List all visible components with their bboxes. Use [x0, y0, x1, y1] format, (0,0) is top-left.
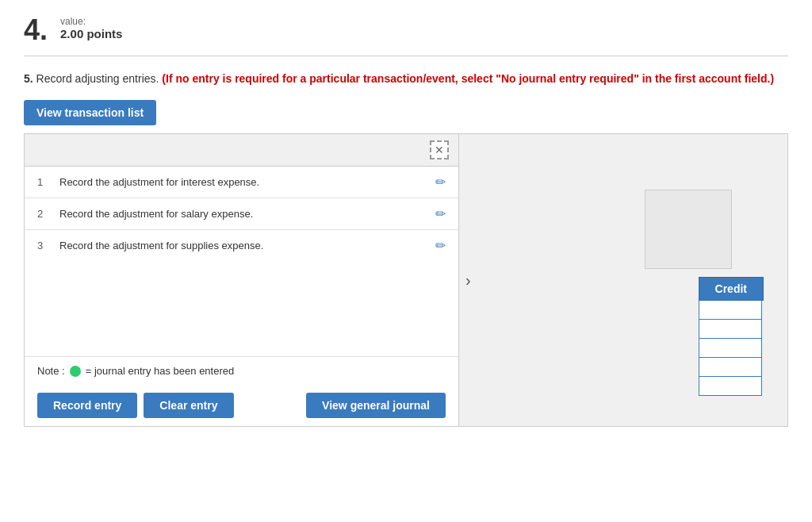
list-item: 3 Record the adjustment for supplies exp… [25, 230, 458, 261]
question-number: 4. [24, 16, 48, 44]
transaction-list: 1 Record the adjustment for interest exp… [25, 167, 458, 261]
view-transaction-button[interactable]: View transaction list [24, 100, 156, 125]
clear-entry-button[interactable]: Clear entry [144, 393, 233, 418]
instruction-highlight: (If no entry is required for a particula… [162, 72, 774, 85]
main-container: ✕ 1 Record the adjustment for interest e… [24, 133, 788, 427]
instruction-prefix: Record adjusting entries. [36, 72, 159, 85]
right-content-box [645, 190, 732, 269]
credit-header: Credit [699, 277, 764, 301]
action-buttons: Record entry Clear entry View general jo… [25, 385, 458, 426]
list-item: 2 Record the adjustment for salary expen… [25, 198, 458, 230]
close-button[interactable]: ✕ [430, 140, 449, 159]
note-prefix: Note : [37, 365, 65, 377]
value-label: value: [60, 16, 122, 27]
edit-icon[interactable]: ✏ [435, 206, 446, 221]
item-number: 1 [37, 176, 50, 188]
points-value: 2.00 points [60, 27, 122, 40]
instruction-block: 5. Record adjusting entries. (If no entr… [24, 71, 788, 87]
panel-header: ✕ [25, 134, 458, 167]
credit-rows [699, 301, 764, 396]
green-dot-icon [70, 366, 81, 377]
left-panel: ✕ 1 Record the adjustment for interest e… [25, 134, 459, 426]
edit-icon[interactable]: ✏ [435, 238, 446, 253]
note-area: Note : = journal entry has been entered [25, 356, 458, 385]
question-header: 4. value: 2.00 points [24, 16, 788, 56]
record-entry-button[interactable]: Record entry [37, 393, 137, 418]
credit-row[interactable] [699, 339, 762, 358]
credit-row[interactable] [699, 377, 762, 396]
note-text: = journal entry has been entered [86, 365, 235, 377]
close-icon: ✕ [435, 144, 444, 156]
list-item: 1 Record the adjustment for interest exp… [25, 167, 458, 198]
credit-row[interactable] [699, 358, 762, 377]
credit-row[interactable] [699, 301, 762, 320]
item-number: 2 [37, 208, 50, 220]
credit-row[interactable] [699, 320, 762, 339]
item-number: 3 [37, 240, 50, 251]
edit-icon[interactable]: ✏ [435, 175, 446, 190]
right-panel: › Credit [459, 134, 787, 426]
question-meta: value: 2.00 points [60, 16, 122, 40]
credit-table: Credit [699, 277, 764, 396]
view-general-journal-button[interactable]: View general journal [306, 393, 446, 418]
item-text: Record the adjustment for supplies expen… [59, 240, 426, 251]
chevron-right-icon[interactable]: › [465, 271, 471, 290]
item-text: Record the adjustment for salary expense… [59, 208, 426, 220]
instruction-text: 5. Record adjusting entries. (If no entr… [24, 71, 788, 87]
item-text: Record the adjustment for interest expen… [59, 176, 426, 188]
instruction-number: 5. [24, 72, 33, 85]
